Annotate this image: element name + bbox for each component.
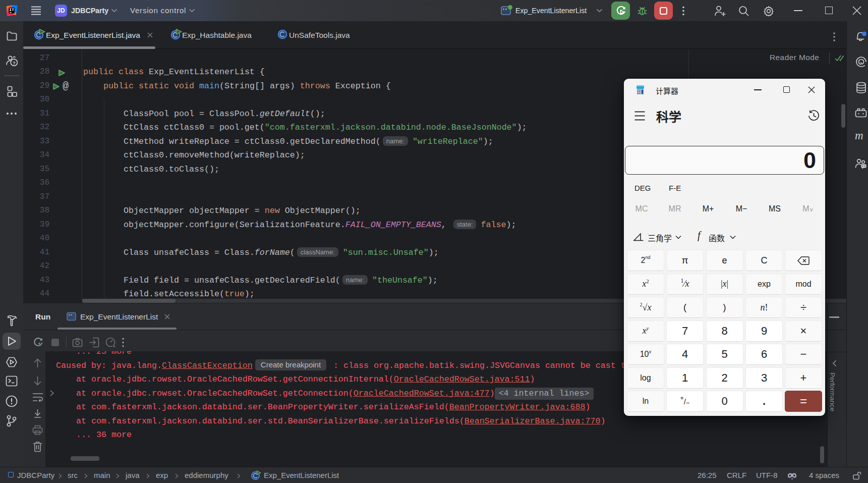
svg-text:?: ? [13,60,16,66]
